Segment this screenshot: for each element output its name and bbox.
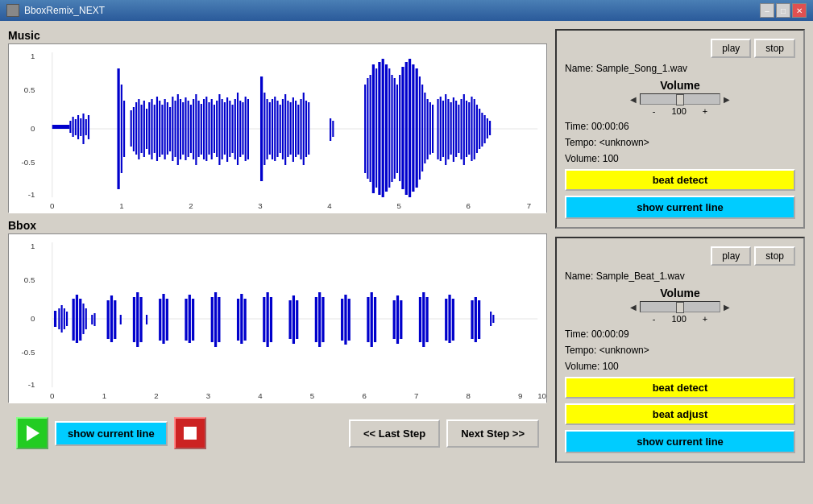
svg-rect-75 <box>263 93 265 165</box>
music-time-value: 00:00:06 <box>591 121 629 132</box>
svg-text:0.5: 0.5 <box>24 86 35 94</box>
svg-rect-71 <box>242 102 243 155</box>
svg-rect-29 <box>133 107 135 151</box>
svg-rect-25 <box>117 68 119 189</box>
bbox-play-button[interactable]: play <box>711 246 751 266</box>
svg-rect-124 <box>450 102 452 155</box>
bottom-bar: show current line << Last Step Next Step… <box>8 409 547 457</box>
svg-rect-138 <box>487 118 488 138</box>
svg-rect-210 <box>422 292 425 347</box>
right-panel: play stop Name: Sample_Song_1.wav Volume… <box>555 29 805 496</box>
next-step-button[interactable]: Next Step >> <box>446 419 539 448</box>
music-waveform: 1 0.5 0 -0.5 -1 0 1 2 3 4 5 6 7 <box>9 44 546 213</box>
music-volume-slider[interactable] <box>640 93 720 105</box>
svg-rect-22 <box>82 114 84 144</box>
svg-rect-213 <box>448 295 450 343</box>
svg-rect-31 <box>138 99 139 159</box>
bbox-volume-slider[interactable] <box>640 301 720 312</box>
svg-rect-128 <box>460 99 462 159</box>
svg-text:1: 1 <box>31 52 35 60</box>
svg-rect-208 <box>400 300 402 339</box>
svg-rect-188 <box>237 299 239 341</box>
svg-text:0: 0 <box>31 125 35 133</box>
svg-rect-216 <box>475 297 477 342</box>
svg-rect-196 <box>296 300 298 339</box>
svg-rect-56 <box>203 99 205 159</box>
maximize-button[interactable]: □ <box>776 3 790 18</box>
svg-rect-174 <box>120 315 122 324</box>
close-button[interactable]: ✕ <box>792 3 807 18</box>
bbox-tempo-row: Tempo: <unknown> <box>565 345 795 356</box>
svg-rect-52 <box>193 99 194 159</box>
svg-rect-38 <box>156 97 158 161</box>
bbox-beat-adjust-button[interactable]: beat adjust <box>565 403 795 425</box>
svg-rect-60 <box>214 105 215 153</box>
svg-rect-24 <box>88 115 89 139</box>
svg-rect-72 <box>245 97 247 161</box>
last-step-button[interactable]: << Last Step <box>349 419 440 448</box>
svg-rect-175 <box>133 297 135 342</box>
svg-rect-16 <box>52 125 70 129</box>
svg-rect-137 <box>484 115 486 143</box>
svg-rect-63 <box>222 99 223 159</box>
bbox-volume-minus[interactable]: - <box>653 314 656 324</box>
svg-text:3: 3 <box>258 202 262 210</box>
bbox-beat-detect-button[interactable]: beat detect <box>565 377 795 399</box>
music-play-button[interactable]: play <box>711 39 751 58</box>
music-volume-plus[interactable]: + <box>703 106 707 116</box>
svg-text:1: 1 <box>31 242 35 250</box>
svg-rect-120 <box>440 97 442 161</box>
play-button[interactable] <box>16 417 48 449</box>
music-name-row: Name: Sample_Song_1.wav <box>565 63 795 74</box>
svg-text:2: 2 <box>154 392 158 400</box>
app-icon <box>6 4 19 17</box>
music-volume-minus[interactable]: - <box>653 106 656 116</box>
svg-rect-160 <box>58 308 60 329</box>
minimize-button[interactable]: – <box>760 3 774 18</box>
svg-rect-162 <box>64 308 65 329</box>
svg-rect-105 <box>394 78 396 179</box>
show-current-line-bottom-button[interactable]: show current line <box>55 421 168 446</box>
svg-text:-0.5: -0.5 <box>22 159 35 167</box>
svg-rect-19 <box>75 119 77 135</box>
svg-rect-178 <box>146 315 147 324</box>
bbox-time-value: 00:00:09 <box>591 328 629 340</box>
svg-rect-37 <box>154 105 156 153</box>
bbox-show-current-button[interactable]: show current line <box>565 430 795 453</box>
svg-rect-41 <box>164 99 166 159</box>
svg-rect-21 <box>80 118 81 136</box>
svg-rect-48 <box>182 102 184 155</box>
music-volume-right-arrow: ▶ <box>724 95 730 104</box>
svg-rect-93 <box>330 118 331 141</box>
svg-rect-166 <box>79 299 81 341</box>
svg-text:1: 1 <box>119 202 123 210</box>
svg-rect-76 <box>267 99 268 159</box>
svg-rect-27 <box>123 101 125 157</box>
music-time-label: Time: <box>565 121 589 132</box>
music-beat-detect-button[interactable]: beat detect <box>565 169 795 191</box>
music-info-box: play stop Name: Sample_Song_1.wav Volume… <box>555 29 805 229</box>
svg-rect-199 <box>321 297 324 342</box>
bbox-time-label: Time: <box>565 328 589 340</box>
svg-rect-103 <box>388 68 390 188</box>
svg-rect-205 <box>374 297 376 342</box>
music-show-current-button[interactable]: show current line <box>565 196 795 219</box>
bbox-volume-number: 100 <box>671 314 686 324</box>
bbox-stop-button[interactable]: stop <box>754 246 795 266</box>
svg-rect-86 <box>292 97 294 162</box>
bbox-volume-plus[interactable]: + <box>703 314 707 324</box>
svg-rect-167 <box>82 304 84 334</box>
svg-rect-107 <box>399 75 400 181</box>
svg-rect-206 <box>393 300 396 339</box>
music-vol-value: 100 <box>603 153 619 164</box>
music-waveform-container: 1 0.5 0 -0.5 -1 0 1 2 3 4 5 6 7 <box>8 43 547 213</box>
stop-button[interactable] <box>174 417 206 449</box>
bbox-waveform-container: 1 0.5 0 -0.5 -1 0 1 2 3 4 5 6 7 8 9 10 <box>8 233 547 403</box>
music-volume-row-label: Volume: 100 <box>565 153 795 164</box>
bbox-volume-header: Volume <box>660 287 700 300</box>
svg-rect-187 <box>218 297 220 342</box>
stop-square-icon <box>184 427 197 440</box>
svg-rect-125 <box>453 97 454 162</box>
svg-rect-61 <box>216 101 218 157</box>
music-stop-button[interactable]: stop <box>754 39 795 58</box>
